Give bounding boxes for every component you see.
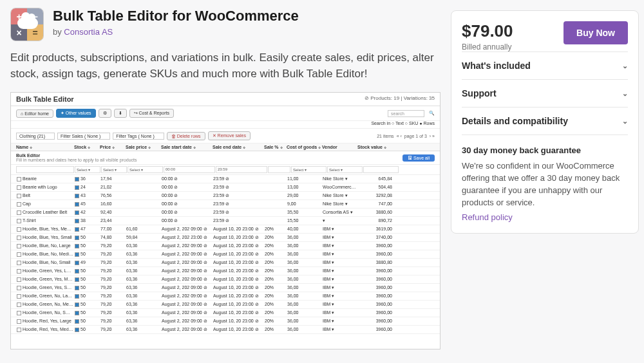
description: Edit products, subscriptions, and variat… [10, 50, 440, 82]
guarantee-text: We're so confident in our WooCommerce of… [462, 160, 628, 209]
ss-home-btn[interactable]: ⌂ Editor home [16, 109, 53, 118]
ss-search-in[interactable]: Search in ○ Text ○ SKU ● Rows [371, 121, 435, 126]
ss-remove-btn[interactable]: ✕ Remove sales [208, 131, 251, 140]
table-row[interactable]: Cap4516,6000:00 ⊘23:59 ⊘9,00Nike Store ▾… [11, 200, 440, 209]
chevron-down-icon: ⌄ [622, 117, 628, 126]
ss-save-all-btn[interactable]: 🖫 Save all [402, 154, 435, 162]
table-row[interactable]: Hoodie, Green, Yes, Medium5079,2063,36Au… [11, 275, 440, 284]
table-row[interactable]: Hoodie, Blue, No, Small4979,2063,36Augus… [11, 259, 440, 267]
guarantee-title: 30 day money back guarantee [462, 145, 628, 155]
ss-meta: ⊘ Products: 19 | Variations: 35 [365, 95, 435, 103]
table-row[interactable]: T-Shirt3823,4400:00 ⊘23:59 ⊘15,50 ▾890,7… [11, 217, 440, 225]
ss-col-header[interactable]: Cost of goods ⬦ [287, 145, 322, 149]
table-row[interactable]: Crocodile Leather Belt4292,4000:00 ⊘23:5… [11, 209, 440, 217]
table-row[interactable]: Belt4376,5600:00 ⊘23:59 ⊘29,00Nike Store… [11, 192, 440, 200]
ss-filter-sales[interactable]: Filter Sales ( None ) [57, 133, 110, 140]
refund-policy-link[interactable]: Refund policy [462, 212, 513, 222]
ss-col-header[interactable]: Sale start date ⬦ [161, 145, 213, 149]
chevron-down-icon: ⌄ [622, 89, 628, 98]
ss-search-input[interactable]: search [388, 110, 424, 117]
table-row[interactable]: Hoodie, Blue, No, Large5079,2063,36Augus… [11, 242, 440, 250]
ss-col-header[interactable]: Price ⬦ [100, 145, 126, 149]
accordion-support[interactable]: Support⌄ [462, 79, 628, 107]
table-row[interactable]: Hoodie, Green, Yes, Large5079,2063,36Aug… [11, 267, 440, 275]
ss-cat-select[interactable]: Clothing (21) [16, 133, 55, 140]
ss-col-header[interactable]: Stock ⬦ [74, 145, 100, 149]
ss-title: Bulk Table Editor [16, 95, 74, 103]
product-screenshot: Bulk Table Editor ⊘ Products: 19 | Varia… [10, 92, 440, 349]
table-row[interactable]: Hoodie, Green, No, Medium5079,2063,36Aug… [11, 301, 440, 309]
table-row[interactable]: Hoodie, Blue, Yes, Small5074,8059,84Augu… [11, 234, 440, 242]
table-row[interactable]: Hoodie, Red, Yes, Large5079,2063,36Augus… [11, 317, 440, 326]
ss-col-header[interactable]: Sale price ⬦ [126, 145, 161, 149]
buy-now-button[interactable]: Buy Now [564, 21, 628, 44]
ss-download-btn[interactable]: ⬇ [114, 109, 127, 118]
table-row[interactable]: Beanie3617,9400:00 ⊘23:59 ⊘11,00Nike Sto… [11, 175, 440, 183]
ss-gear-btn[interactable]: ⚙ [99, 109, 111, 118]
table-row[interactable]: Hoodie, Green, No, Small5079,2063,36Augu… [11, 309, 440, 317]
table-row[interactable]: Hoodie, Green, No, Large5079,2063,36Augu… [11, 292, 440, 301]
byline: by Consortia AS [53, 27, 299, 37]
app-icon: +− ×= [10, 8, 44, 41]
table-row[interactable]: Hoodie, Green, Yes, Small5079,2063,36Aug… [11, 284, 440, 292]
ss-delete-btn[interactable]: 🗑 Delete rows [167, 132, 205, 140]
purchase-card: $79.00 Billed annually Buy Now What's in… [451, 10, 639, 234]
ss-filter-tags[interactable]: Filter Tags ( None ) [113, 133, 164, 140]
table-row[interactable]: Hoodie, Blue, Yes, Medium4777,0061,60Aug… [11, 225, 440, 234]
price: $79.00 [462, 21, 513, 41]
vendor-link[interactable]: Consortia AS [64, 27, 113, 37]
ss-filter-row[interactable]: Select ▾Select ▾Select ▾00:0023:59Select… [11, 165, 440, 175]
table-row[interactable]: Beanie with Logo2421,0200:00 ⊘23:59 ⊘13,… [11, 183, 440, 192]
ss-cost-btn[interactable]: ↪ Cost & Reports [129, 109, 174, 118]
table-row[interactable]: Hoodie, Red, Yes, Medium5079,2063,36Augu… [11, 326, 440, 334]
table-row[interactable]: Hoodie, Blue, No, Medium5079,2063,36Augu… [11, 250, 440, 259]
accordion-whats-included[interactable]: What's included⌄ [462, 51, 628, 79]
accordion-details[interactable]: Details and compatibility⌄ [462, 107, 628, 135]
ss-col-header[interactable]: Sale % ⬦ [264, 145, 287, 149]
ss-col-header[interactable]: Vendor [322, 145, 357, 149]
ss-col-header[interactable]: Name ⬦ [16, 145, 74, 149]
ss-other-btn[interactable]: ✦ Other values [56, 109, 96, 118]
ss-col-header[interactable]: Sale end date ⬦ [213, 145, 264, 149]
ss-table-header: Name ⬦Stock ⬦Price ⬦Sale price ⬦Sale sta… [11, 144, 440, 151]
ss-col-header[interactable]: Stock value ⬦ [357, 145, 393, 149]
chevron-down-icon: ⌄ [622, 62, 628, 70]
billing-period: Billed annually [462, 42, 513, 51]
page-title: Bulk Table Editor for WooCommerce [53, 8, 299, 24]
